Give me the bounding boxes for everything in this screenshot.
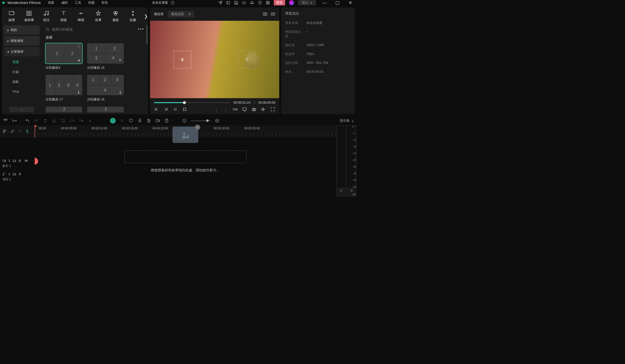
save-icon[interactable] (234, 1, 238, 5)
drop-zone-1[interactable]: 1 (174, 51, 191, 68)
split-template-item[interactable]: 1 2 ⋮ ☆ ＋ 分割畫面4 (46, 43, 82, 70)
history-icon[interactable] (171, 1, 175, 5)
delete-button[interactable] (43, 118, 48, 123)
zoom-in-button[interactable] (215, 118, 219, 123)
meter-icon[interactable] (258, 1, 262, 5)
sidebar-sub-gaming[interactable]: 遊戲 (4, 78, 40, 86)
crop-button[interactable] (61, 118, 65, 123)
track-add-button[interactable] (2, 129, 7, 134)
split-template-item[interactable]: 2 (46, 107, 82, 114)
undo-button[interactable] (25, 118, 30, 123)
next-frame-button[interactable] (163, 107, 168, 112)
menu-help[interactable]: 幫助 (101, 0, 108, 5)
folder-icon[interactable] (13, 172, 16, 176)
stop-button[interactable] (182, 107, 187, 112)
maximize-button[interactable]: ▢ (333, 0, 342, 5)
cloud-down-icon[interactable] (250, 1, 254, 5)
folder-icon[interactable] (13, 159, 16, 163)
tab-effects[interactable]: 效果 (92, 10, 104, 22)
ai-button[interactable] (110, 118, 116, 123)
eye-icon[interactable] (25, 159, 28, 163)
menu-edit[interactable]: 編輯 (62, 0, 68, 5)
split-template-item[interactable]: 1 2 3 4 ⤓ 分割畫面 16 (87, 75, 124, 102)
indicator-label[interactable]: 指示器 (340, 118, 349, 123)
zoom-out-button[interactable] (182, 118, 187, 123)
cut-button[interactable] (52, 118, 57, 123)
aspect-button[interactable]: ▾ (233, 107, 238, 112)
content-scrollbar[interactable] (146, 25, 148, 45)
mark-out-button[interactable]: } (223, 107, 228, 112)
progress-bar[interactable] (154, 102, 230, 103)
sidebar-item-templates[interactable]: ▸模板素材 (4, 36, 40, 46)
menu-view[interactable]: 視圖 (88, 0, 94, 5)
download-icon[interactable]: ⤓ (118, 90, 122, 94)
cloud-icon[interactable] (242, 1, 246, 5)
mute-icon[interactable] (19, 159, 22, 163)
split-template-item[interactable]: 1 2 3 4 ⤓ 分割畫面 17 (46, 75, 82, 102)
display-button[interactable] (242, 107, 247, 112)
menu-file[interactable]: 檔案 (48, 0, 55, 5)
buy-button[interactable]: 購買 (274, 0, 285, 5)
timeline-drop-zone[interactable] (124, 150, 247, 163)
timeline-tracks[interactable]: ＋ 將媒體素材和效果拖到此處，開始創作影片。 (35, 138, 336, 197)
mark-in-button[interactable]: { (214, 107, 219, 112)
cursor-button[interactable]: ▾ (12, 118, 17, 123)
mic-button[interactable] (137, 118, 142, 123)
color-button[interactable] (120, 118, 125, 123)
tab-media[interactable]: 媒體 (5, 10, 18, 22)
track-link-button[interactable] (10, 129, 15, 134)
tab-audio[interactable]: 音訊 (40, 10, 53, 22)
snapshot-icon[interactable] (271, 12, 275, 16)
add-icon[interactable]: ＋ (77, 58, 81, 62)
audio-track-head[interactable]: 1 (0, 171, 35, 177)
sidebar-sub-basic[interactable]: 基礎 (4, 58, 40, 66)
zoom-slider[interactable] (191, 120, 211, 121)
split-template-item[interactable]: 1 2 3 4 ＋ 分割畫面 18 (87, 43, 124, 70)
pause-button[interactable] (173, 107, 178, 112)
more-tools-button[interactable]: » (87, 118, 92, 123)
minimize-button[interactable]: — (320, 0, 329, 5)
shield-button[interactable] (128, 118, 133, 123)
sidebar-item-splitscreen[interactable]: ▾分屏素材 (4, 47, 40, 56)
fullscreen-button[interactable] (270, 107, 275, 112)
content-menu-button[interactable]: ••• (138, 27, 144, 32)
playhead[interactable] (35, 125, 35, 138)
sidebar-collapse-button[interactable]: ‹ (9, 107, 34, 112)
search-input[interactable] (52, 28, 135, 31)
add-icon[interactable]: ＋ (118, 58, 122, 62)
sidebar-item-mine[interactable]: ▸我的 (4, 25, 40, 35)
mute-icon[interactable] (19, 172, 22, 176)
volume-button[interactable] (261, 107, 266, 112)
tab-stickers[interactable]: 貼圖 (127, 10, 139, 22)
sidebar-sub-social[interactable]: 社媒 (4, 68, 40, 76)
tab-titles[interactable]: 標題 (58, 10, 70, 22)
send-icon[interactable] (218, 1, 222, 5)
tab-transitions[interactable]: 轉場 (75, 10, 87, 22)
compare-icon[interactable] (263, 12, 267, 16)
camera-button[interactable] (251, 107, 256, 112)
export-button[interactable]: 匯出▾ (298, 0, 316, 5)
menu-tools[interactable]: 工具 (75, 0, 81, 5)
user-avatar[interactable] (289, 0, 294, 5)
drop-zone-2[interactable]: 2 (238, 51, 256, 68)
quality-select[interactable]: 最高品質▾ (168, 11, 194, 17)
add-media-button[interactable]: ＋ (195, 125, 200, 130)
preview-viewport[interactable]: 1 2 (150, 21, 279, 98)
marker-button[interactable] (164, 118, 169, 123)
tabs-scroll-right[interactable]: ❯ (144, 14, 148, 19)
video-track-head[interactable]: 1 (0, 157, 35, 164)
download-icon[interactable]: ⤓ (76, 90, 81, 94)
close-button[interactable]: ✕ (346, 0, 355, 5)
item-menu-icon[interactable]: ⋮ (77, 44, 81, 49)
redo-button[interactable] (34, 118, 39, 123)
mixer-button[interactable] (146, 118, 151, 123)
text-button[interactable]: ▾ (78, 118, 83, 123)
track-magnet-button[interactable] (17, 129, 22, 134)
speed-button[interactable]: ▾ (69, 118, 74, 123)
library-icon[interactable] (226, 1, 230, 5)
grid-icon[interactable] (266, 1, 270, 5)
prev-frame-button[interactable] (154, 107, 159, 112)
tab-filters[interactable]: 濾鏡 (109, 10, 122, 22)
sidebar-sub-vlog[interactable]: Vlog (4, 87, 40, 95)
tab-stock[interactable]: 素材庫 (23, 10, 35, 22)
